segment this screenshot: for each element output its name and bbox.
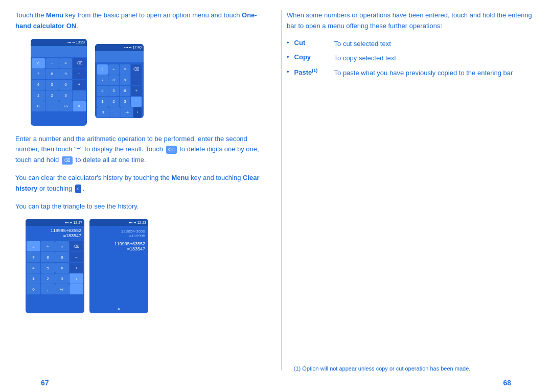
page-number-right: 68 <box>503 379 511 387</box>
p3-btn-del: ⌫ <box>70 241 83 251</box>
btn-minus: − <box>73 69 86 79</box>
copy-bullet: • <box>287 53 289 61</box>
p2-btn-1: 1 <box>97 97 108 107</box>
btn-7: 7 <box>32 69 45 79</box>
btn-mul: × <box>59 58 73 68</box>
phone-screenshot-4: ▪▪▪ ▪▪ 12:23 123654-3659 =119995 119995+… <box>89 219 148 313</box>
para4-text: You can tap the triangle to see the hist… <box>15 202 139 210</box>
phone2-main-buttons: c ÷ × ⌫ 7 8 9 − <box>96 63 143 118</box>
phone4-hist1-result: =119995 <box>93 234 145 238</box>
btn-c: c <box>32 58 45 68</box>
btn-div: ÷ <box>45 58 59 68</box>
para3-end: . <box>82 185 84 192</box>
delete-icon-2: ⌫ <box>62 156 73 165</box>
p3-btn-eq: = <box>70 284 83 294</box>
para-triangle: You can tap the triangle to see the hist… <box>15 201 266 212</box>
btn-2: 2 <box>45 90 59 101</box>
phone3-status: ▪▪▪ ▪▪ 12:27 <box>26 219 84 226</box>
phone-screenshot-1: ▪▪▪ ▪▪ 13:29 c ÷ × ⌫ 7 8 9 − <box>31 39 87 126</box>
p2-btn-minus: − <box>131 75 142 85</box>
page-number-left: 67 <box>41 379 49 387</box>
phone1-signal: ▪▪▪ ▪▪ <box>67 40 75 44</box>
btn-eq2: = <box>73 101 86 111</box>
p2-btn-plus: + <box>131 86 142 96</box>
p3-btn-2: 2 <box>41 273 55 284</box>
btn-5: 5 <box>45 80 59 90</box>
btn-6: 6 <box>59 80 73 90</box>
p2-btn-8: 8 <box>108 75 119 85</box>
btn-1: 1 <box>32 90 45 101</box>
page-footer: 67 68 <box>0 376 552 392</box>
phone3-history: 119995+63552 =183547 <box>26 226 84 240</box>
btn-plus: + <box>73 80 86 90</box>
paste-sup: (1) <box>312 68 317 73</box>
p2-btn-eq1: = <box>131 97 142 107</box>
p2-btn-0: 0 <box>97 107 109 118</box>
footnote-num: (1) <box>294 365 301 372</box>
paste-bullet: • <box>287 68 289 76</box>
p3-btn-minus: − <box>70 252 83 262</box>
btn-4: 4 <box>32 80 45 90</box>
phone4-hist2-result: =183547 <box>93 246 145 251</box>
phone-screenshot-3: ▪▪▪ ▪▪ 12:27 119995+63552 =183547 c ÷ × … <box>26 219 84 313</box>
phone2-layout: c ÷ × ⌫ 7 8 9 − <box>95 62 144 118</box>
delete-icon-1: ⌫ <box>166 146 177 154</box>
para1-prefix: Touch the <box>15 11 46 19</box>
p2-btn-dot: . <box>109 107 121 118</box>
cut-description: To cut selected text <box>334 39 537 50</box>
phone1-time: 13:29 <box>76 40 85 44</box>
paste-label: Paste(1) <box>294 68 330 76</box>
p3-btn-5: 5 <box>41 263 55 273</box>
p2-btn-del: ⌫ <box>131 64 142 75</box>
p2-btn-mul: × <box>120 64 130 75</box>
p2-btn-9: 9 <box>120 75 130 85</box>
phone4-hist1: 123654-3659 <box>93 229 145 234</box>
phone3-time: 12:27 <box>73 221 82 224</box>
paste-description: To paste what you have previously copied… <box>334 68 537 79</box>
phone3-buttons: c ÷ × ⌫ 7 8 9 − 4 5 6 + <box>26 240 84 295</box>
btn-pm: +/- <box>59 101 73 111</box>
para1-end: . <box>76 22 78 30</box>
p2-btn-c: c <box>97 64 108 75</box>
para-enter: Enter a number and the arithmetic operat… <box>15 134 266 166</box>
p2-btn-6: 6 <box>120 86 130 96</box>
footnote-section: (1) Option will not appear unless copy o… <box>294 365 537 372</box>
left-column: Touch the Menu key from the basic panel … <box>15 10 271 371</box>
phone1-buttons: c ÷ × ⌫ 7 8 9 − 4 5 6 + <box>31 57 87 112</box>
para1-middle: key from the basic panel to open an opti… <box>63 11 242 19</box>
p2-btn-5: 5 <box>108 86 119 96</box>
phone3-hist1: 119995+63552 <box>29 228 81 233</box>
btn-8: 8 <box>45 69 59 79</box>
btn-dot: . <box>45 101 59 111</box>
phone4-history: 123654-3659 =119995 119995+63552 =183547 <box>89 226 148 255</box>
btn-del: ⌫ <box>73 58 86 68</box>
phone1-status: ▪▪▪ ▪▪ 13:29 <box>31 39 87 46</box>
phone2-signal: ▪▪▪ ▪▪ <box>124 45 131 49</box>
p2-btn-div: ÷ <box>108 64 119 75</box>
btn-0: 0 <box>32 101 45 111</box>
phone-screenshots-row2: ▪▪▪ ▪▪ 12:27 119995+63552 =183547 c ÷ × … <box>26 219 266 313</box>
p2-btn-7: 7 <box>97 75 108 85</box>
copy-item: • Copy To copy selected text <box>287 53 537 64</box>
p3-btn-0: 0 <box>27 284 40 294</box>
p3-btn-8: 8 <box>41 252 55 262</box>
phone3-signal: ▪▪▪ ▪▪ <box>65 221 72 224</box>
p3-btn-7: 7 <box>27 252 40 262</box>
para1-bold1: Menu <box>46 11 63 19</box>
phone4-signal: ▪▪▪ ▪▪ <box>129 221 136 224</box>
p3-btn-dot: • <box>70 273 83 284</box>
p3-btn-9: 9 <box>55 252 69 262</box>
p2-btn-2: 2 <box>108 97 119 107</box>
paste-item: • Paste(1) To paste what you have previo… <box>287 68 537 79</box>
p3-btn-mul: × <box>55 241 69 251</box>
para-menu: Touch the Menu key from the basic panel … <box>15 10 266 32</box>
p3-btn-plus: + <box>70 263 83 273</box>
phone4-time: 12:23 <box>137 221 146 224</box>
intro-text: When some numbers or operations have bee… <box>287 10 537 32</box>
p2-btn-pm: +/- <box>121 107 133 118</box>
para3-middle2: or touching <box>37 185 74 192</box>
para2-end: to delete all at one time. <box>74 156 146 164</box>
phone2-display <box>95 51 144 62</box>
paste-label-text: Paste <box>294 69 312 77</box>
phone1-display <box>31 46 87 57</box>
